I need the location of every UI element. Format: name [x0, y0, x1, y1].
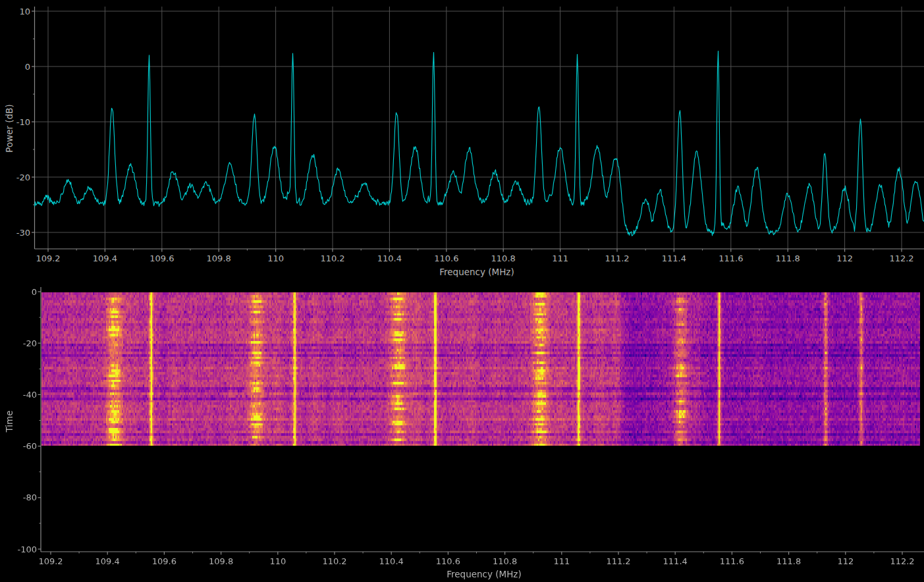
svg-text:10: 10 — [19, 7, 30, 16]
svg-text:110: 110 — [267, 253, 284, 263]
waterfall-xlabel: Frequency (MHz) — [447, 569, 521, 579]
svg-text:-30: -30 — [16, 228, 30, 238]
svg-text:110.4: 110.4 — [379, 556, 404, 566]
svg-text:111: 111 — [552, 253, 568, 263]
svg-text:109.4: 109.4 — [93, 253, 117, 263]
svg-text:110.6: 110.6 — [436, 556, 460, 566]
svg-text:112.2: 112.2 — [890, 556, 914, 566]
svg-text:109.2: 109.2 — [38, 556, 63, 566]
svg-text:109.4: 109.4 — [95, 556, 120, 566]
svg-text:-40: -40 — [23, 390, 37, 400]
svg-text:111.6: 111.6 — [720, 556, 744, 566]
svg-text:111.8: 111.8 — [776, 556, 801, 566]
svg-text:110.2: 110.2 — [320, 253, 344, 263]
svg-text:112: 112 — [836, 253, 853, 263]
svg-text:110: 110 — [269, 556, 286, 566]
spectrum-xlabel: Frequency (MHz) — [439, 267, 514, 277]
svg-text:110.2: 110.2 — [322, 556, 346, 566]
svg-text:-10: -10 — [16, 117, 30, 127]
svg-text:110.6: 110.6 — [434, 253, 458, 263]
svg-text:-60: -60 — [23, 441, 37, 451]
spectrum-panel: 109.2109.4109.6109.8110110.2110.4110.611… — [0, 0, 924, 286]
svg-text:110.4: 110.4 — [377, 253, 402, 263]
svg-text:-80: -80 — [23, 492, 37, 502]
svg-text:111.2: 111.2 — [605, 253, 629, 263]
svg-text:112: 112 — [837, 556, 854, 566]
svg-text:109.2: 109.2 — [36, 253, 60, 263]
svg-text:-20: -20 — [16, 172, 30, 182]
waterfall-ylabel: Time — [4, 410, 14, 432]
svg-text:111.6: 111.6 — [719, 253, 743, 263]
power-spectrum-plot: 109.2109.4109.6109.8110110.2110.4110.611… — [0, 0, 924, 286]
svg-text:-20: -20 — [23, 338, 37, 348]
svg-text:110.8: 110.8 — [491, 253, 516, 263]
svg-text:0: 0 — [32, 287, 37, 297]
svg-text:109.6: 109.6 — [149, 253, 174, 263]
svg-text:109.8: 109.8 — [209, 556, 233, 566]
svg-text:109.6: 109.6 — [152, 556, 177, 566]
svg-text:111.2: 111.2 — [606, 556, 630, 566]
svg-text:0: 0 — [25, 62, 30, 72]
svg-text:110.8: 110.8 — [493, 556, 517, 566]
spectrum-ylabel: Power (dB) — [4, 104, 14, 152]
svg-text:111.4: 111.4 — [663, 556, 688, 566]
svg-text:111.4: 111.4 — [662, 253, 686, 263]
waterfall-axes: 109.2109.4109.6109.8110110.2110.4110.611… — [0, 286, 924, 582]
waterfall-panel: 109.2109.4109.6109.8110110.2110.4110.611… — [0, 286, 924, 582]
svg-text:111: 111 — [553, 556, 570, 566]
svg-text:-100: -100 — [17, 544, 37, 554]
svg-text:109.8: 109.8 — [207, 253, 231, 263]
spectrum-analyzer-figure: 109.2109.4109.6109.8110110.2110.4110.611… — [0, 0, 924, 582]
svg-text:111.8: 111.8 — [776, 253, 800, 263]
svg-text:112.2: 112.2 — [889, 253, 913, 263]
